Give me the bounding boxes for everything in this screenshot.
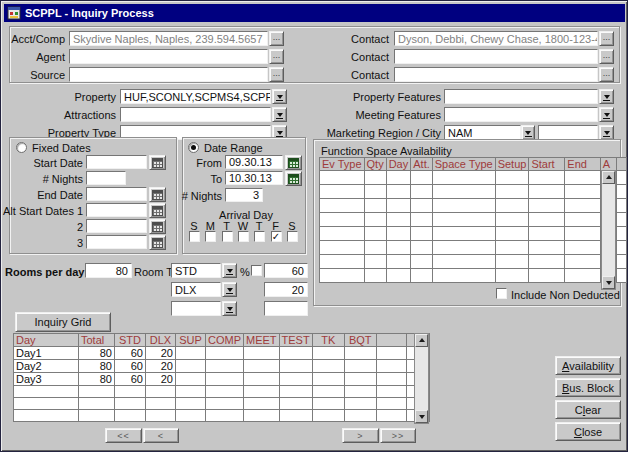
fs-cell[interactable] bbox=[432, 227, 495, 241]
fs-cell[interactable] bbox=[320, 199, 365, 213]
from-date-calendar-button[interactable] bbox=[285, 155, 302, 170]
contact3-browse-button[interactable]: ... bbox=[599, 67, 614, 82]
fs-cell[interactable] bbox=[529, 255, 565, 269]
fs-cell[interactable] bbox=[495, 241, 529, 255]
grid-cell[interactable] bbox=[376, 410, 406, 422]
fs-cell[interactable] bbox=[386, 227, 411, 241]
arrival-day-checkbox[interactable] bbox=[254, 231, 265, 242]
alt-start-date-2-input[interactable] bbox=[86, 219, 147, 233]
title-bar[interactable]: SCPPL - Inquiry Process bbox=[4, 4, 625, 22]
next-page-button[interactable]: > bbox=[342, 428, 379, 443]
fs-cell[interactable] bbox=[320, 171, 365, 185]
fs-cell[interactable] bbox=[432, 269, 495, 283]
grid-cell[interactable] bbox=[176, 360, 206, 373]
room-type-3-input[interactable] bbox=[171, 301, 221, 316]
fs-cell[interactable] bbox=[495, 213, 529, 227]
fs-cell[interactable] bbox=[320, 227, 365, 241]
fs-cell[interactable] bbox=[320, 185, 365, 199]
grid-cell[interactable] bbox=[312, 360, 344, 373]
rooms-per-day-input[interactable]: 80 bbox=[85, 263, 132, 278]
grid-cell[interactable] bbox=[344, 360, 376, 373]
marketing-city-dropdown-button[interactable] bbox=[599, 125, 614, 140]
grid-cell[interactable]: 20 bbox=[146, 347, 176, 360]
property-features-dropdown-button[interactable] bbox=[599, 89, 614, 104]
fs-cell[interactable] bbox=[364, 199, 386, 213]
fs-cell[interactable] bbox=[495, 185, 529, 199]
grid-cell[interactable]: 20 bbox=[146, 373, 176, 386]
grid-cell[interactable] bbox=[115, 398, 146, 410]
fs-cell[interactable] bbox=[386, 241, 411, 255]
source-input[interactable] bbox=[69, 67, 268, 82]
fs-cell[interactable] bbox=[529, 241, 565, 255]
grid-cell[interactable] bbox=[244, 347, 280, 360]
fs-cell[interactable] bbox=[565, 227, 600, 241]
arrival-day-checkbox[interactable] bbox=[205, 231, 216, 242]
fs-cell[interactable] bbox=[364, 241, 386, 255]
last-page-button[interactable]: >> bbox=[380, 428, 416, 443]
fs-cell[interactable] bbox=[364, 227, 386, 241]
function-space-scrollbar[interactable] bbox=[601, 170, 616, 290]
grid-cell[interactable] bbox=[279, 360, 312, 373]
grid-cell[interactable] bbox=[176, 347, 206, 360]
grid-cell[interactable] bbox=[344, 373, 376, 386]
alt-start-date-3-calendar-button[interactable] bbox=[149, 235, 166, 250]
date-range-radio[interactable] bbox=[188, 142, 199, 153]
include-non-deducted-checkbox[interactable] bbox=[496, 288, 507, 299]
fs-cell[interactable] bbox=[320, 269, 365, 283]
room-count-1-input[interactable]: 60 bbox=[264, 263, 308, 278]
fs-cell[interactable] bbox=[529, 199, 565, 213]
fs-cell[interactable] bbox=[565, 269, 600, 283]
fs-cell[interactable] bbox=[495, 199, 529, 213]
room-type-1-dropdown-button[interactable] bbox=[222, 263, 237, 278]
fs-cell[interactable] bbox=[432, 199, 495, 213]
contact3-input[interactable] bbox=[394, 67, 598, 82]
grid-cell[interactable] bbox=[176, 386, 206, 398]
availability-button[interactable]: Availability bbox=[555, 356, 621, 375]
room-count-3-input[interactable] bbox=[264, 301, 308, 316]
contact2-browse-button[interactable]: ... bbox=[599, 49, 614, 64]
grid-cell[interactable] bbox=[312, 386, 344, 398]
attractions-dropdown-button[interactable] bbox=[272, 107, 287, 122]
grid-cell[interactable] bbox=[244, 398, 280, 410]
fs-cell[interactable] bbox=[386, 199, 411, 213]
fs-cell[interactable] bbox=[565, 185, 600, 199]
room-count-2-input[interactable]: 20 bbox=[264, 282, 308, 297]
fs-cell[interactable] bbox=[364, 213, 386, 227]
grid-cell[interactable] bbox=[244, 410, 280, 422]
fixed-nights-input[interactable] bbox=[86, 171, 126, 185]
fs-cell[interactable] bbox=[364, 185, 386, 199]
contact1-browse-button[interactable]: ... bbox=[599, 31, 614, 46]
from-date-input[interactable]: 09.30.13 bbox=[225, 155, 283, 169]
fs-cell[interactable] bbox=[411, 199, 433, 213]
marketing-region-input[interactable]: NAM bbox=[444, 125, 521, 140]
fs-cell[interactable] bbox=[411, 241, 433, 255]
fs-cell[interactable] bbox=[432, 185, 495, 199]
fs-cell[interactable] bbox=[386, 171, 411, 185]
end-date-input[interactable] bbox=[86, 187, 147, 201]
grid-cell[interactable] bbox=[376, 373, 406, 386]
property-features-input[interactable] bbox=[444, 89, 598, 104]
acct-comp-input[interactable]: Skydive Naples, Naples, 239.594.5657 bbox=[69, 31, 268, 46]
grid-cell[interactable] bbox=[244, 360, 280, 373]
fs-cell[interactable] bbox=[386, 213, 411, 227]
fs-cell[interactable] bbox=[364, 171, 386, 185]
to-date-calendar-button[interactable] bbox=[285, 171, 302, 186]
grid-cell[interactable] bbox=[176, 410, 206, 422]
grid-cell[interactable] bbox=[344, 398, 376, 410]
grid-cell[interactable] bbox=[279, 410, 312, 422]
grid-cell[interactable] bbox=[206, 398, 244, 410]
room-type-2-dropdown-button[interactable] bbox=[222, 282, 237, 297]
fs-cell[interactable] bbox=[495, 269, 529, 283]
room-type-3-dropdown-button[interactable] bbox=[222, 301, 237, 316]
acct-comp-browse-button[interactable]: ... bbox=[269, 31, 284, 46]
close-button[interactable]: Close bbox=[555, 422, 621, 441]
start-date-calendar-button[interactable] bbox=[149, 155, 166, 170]
meeting-features-input[interactable] bbox=[444, 107, 598, 122]
fs-cell[interactable] bbox=[411, 213, 433, 227]
to-date-input[interactable]: 10.30.13 bbox=[225, 171, 283, 185]
grid-cell[interactable] bbox=[176, 398, 206, 410]
fs-cell[interactable] bbox=[364, 269, 386, 283]
grid-cell[interactable] bbox=[279, 373, 312, 386]
grid-cell[interactable] bbox=[146, 386, 176, 398]
contact1-input[interactable]: Dyson, Debbi, Chewy Chase, 1800-123-4567 bbox=[394, 31, 598, 46]
